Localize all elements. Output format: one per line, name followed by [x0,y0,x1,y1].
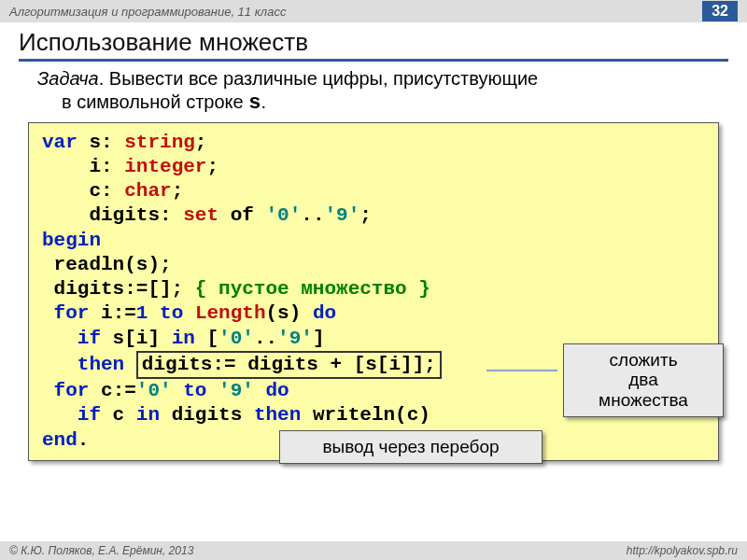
var-s: s [248,91,261,115]
slide-header: Алгоритмизация и программирование, 11 кл… [0,0,747,22]
callout-merge-sets: сложить два множества [563,343,724,418]
page-number: 32 [702,1,738,21]
callout-iterate-output: вывод через перебор [279,430,543,464]
code-block: var s: string; i: integer; c: char; digi… [28,122,719,461]
problem-statement: Задача. Вывести все различные цифры, при… [0,67,747,122]
connector-line [486,370,557,371]
slide-footer: © К.Ю. Поляков, Е.А. Ерёмин, 2013 http:/… [0,541,747,560]
footer-url: http://kpolyakov.spb.ru [627,544,738,557]
highlighted-expression: digits:= digits + [s[i]]; [136,351,442,379]
title-underline [19,59,728,62]
problem-label: Задача [37,68,99,89]
course-name: Алгоритмизация и программирование, 11 кл… [9,5,286,19]
slide-title: Использование множеств [0,22,747,59]
copyright: © К.Ю. Поляков, Е.А. Ерёмин, 2013 [9,544,193,557]
